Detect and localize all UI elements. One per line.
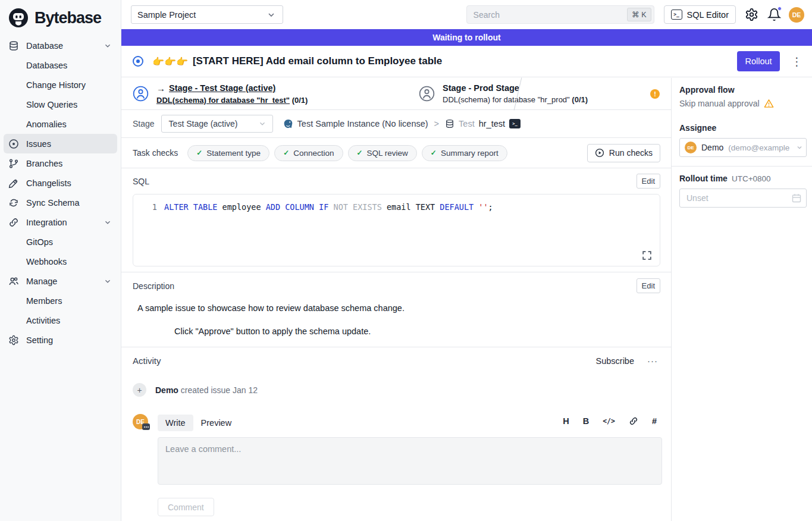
issue-status-icon xyxy=(133,56,143,67)
stage-task-link[interactable]: DDL(schema) for database "hr_test" xyxy=(156,96,290,105)
line-number: 1 xyxy=(133,202,157,212)
notifications-bell-icon[interactable] xyxy=(767,8,781,21)
bold-icon[interactable]: B xyxy=(583,416,589,426)
sidebar-item-slow-queries[interactable]: Slow Queries xyxy=(4,95,117,114)
issue-side-panel: Approval flow Skip manual approval Assig… xyxy=(671,78,812,521)
check-icon: ✓ xyxy=(357,149,363,157)
search-input[interactable] xyxy=(466,5,654,24)
approval-flow-label: Approval flow xyxy=(679,85,807,95)
brand-name: Bytebase xyxy=(35,9,101,27)
issue-title-row: 👉👉👉 [START HERE] Add email column to Emp… xyxy=(121,46,812,77)
subscribe-button[interactable]: Subscribe xyxy=(596,356,634,366)
assignee-email: (demo@example xyxy=(728,143,791,152)
stage-name[interactable]: Stage - Test Stage (active) xyxy=(169,84,275,93)
tab-write[interactable]: Write xyxy=(158,415,193,431)
database-icon xyxy=(445,119,454,128)
instance-name[interactable]: Test Sample Instance (No license) xyxy=(297,119,428,128)
assignee-stage-icon-active xyxy=(133,86,149,102)
code-icon[interactable]: </> xyxy=(603,417,615,425)
chevron-down-icon xyxy=(266,10,277,20)
sql-edit-button[interactable]: Edit xyxy=(637,174,660,189)
sql-editor-button[interactable]: >_ SQL Editor xyxy=(664,5,736,24)
activity-text: created issue Jan 12 xyxy=(181,385,258,395)
assignee-label: Assignee xyxy=(679,123,807,133)
sync-icon xyxy=(8,197,19,208)
stage-progress: (0/1) xyxy=(572,95,588,104)
sidebar-item-webhooks[interactable]: Webhooks xyxy=(4,252,117,271)
topbar: Sample Project ⌘ K >_ SQL Editor DE xyxy=(121,0,812,29)
current-stage-arrow-icon: → xyxy=(156,84,165,93)
comment-input[interactable] xyxy=(158,437,662,485)
sidebar-item-changelists[interactable]: Changelists xyxy=(4,173,117,193)
expand-icon[interactable] xyxy=(642,250,652,260)
chevron-down-icon xyxy=(103,218,112,227)
sidebar-item-gitops[interactable]: GitOps xyxy=(4,232,117,252)
sidebar-item-activities[interactable]: Activities xyxy=(4,310,117,330)
rollout-time-input[interactable] xyxy=(679,189,807,208)
sidebar-item-database[interactable]: Database xyxy=(4,36,117,55)
chevron-down-icon xyxy=(795,143,804,152)
assignee-stage-icon xyxy=(419,86,435,102)
sidebar-item-change-history[interactable]: Change History xyxy=(4,75,117,95)
check-pill-sql-review[interactable]: ✓ SQL review xyxy=(348,145,417,161)
sidebar-item-integration[interactable]: Integration xyxy=(4,212,117,232)
title-emoji: 👉👉👉 xyxy=(152,56,188,67)
open-sql-editor-icon[interactable]: >_ xyxy=(509,119,521,128)
stage-label: Stage xyxy=(133,119,155,128)
branch-icon xyxy=(8,158,19,169)
sql-editor[interactable]: 1 ALTER TABLE employee ADD COLUMN IF NOT… xyxy=(133,194,660,266)
description-edit-button[interactable]: Edit xyxy=(637,278,660,293)
sidebar-item-sync-schema[interactable]: Sync Schema xyxy=(4,193,117,212)
sidebar-item-manage[interactable]: Manage xyxy=(4,271,117,291)
stage-select[interactable]: Test Stage (active) xyxy=(161,115,273,133)
hash-icon[interactable]: # xyxy=(652,416,657,426)
stage-progress: (0/1) xyxy=(292,96,308,105)
sidebar-item-setting[interactable]: Setting xyxy=(4,330,117,350)
check-pill-connection[interactable]: ✓ Connection xyxy=(274,145,343,161)
users-icon xyxy=(8,276,19,287)
search: ⌘ K xyxy=(466,5,654,24)
brand[interactable]: Bytebase xyxy=(0,0,121,33)
notification-dot xyxy=(777,7,782,11)
heading-icon[interactable]: H xyxy=(563,416,569,426)
database-icon xyxy=(8,40,19,51)
search-shortcut-badge: ⌘ K xyxy=(627,8,651,21)
database-name[interactable]: hr_test xyxy=(479,119,505,128)
check-pill-statement-type[interactable]: ✓ Statement type xyxy=(187,145,269,161)
run-checks-button[interactable]: Run checks xyxy=(587,144,660,162)
postgresql-icon xyxy=(283,119,293,129)
project-selector[interactable]: Sample Project xyxy=(131,5,283,24)
attention-icon: ! xyxy=(650,89,660,99)
settings-gear-icon[interactable] xyxy=(745,8,758,21)
activity-user: Demo xyxy=(155,385,178,395)
comment-submit-button[interactable]: Comment xyxy=(158,498,214,516)
user-avatar[interactable]: DE xyxy=(789,7,804,23)
check-pill-summary-report[interactable]: ✓ Summary report xyxy=(422,145,507,161)
stage-card-prod[interactable]: Stage - Prod Stage DDL(schema) for datab… xyxy=(409,84,588,104)
project-selector-value: Sample Project xyxy=(137,10,196,20)
assignee-select[interactable]: DE Demo (demo@example xyxy=(679,138,807,157)
sidebar-item-issues[interactable]: Issues xyxy=(4,134,117,153)
assignee-name: Demo xyxy=(701,143,723,152)
sidebar-item-members[interactable]: Members xyxy=(4,291,117,310)
sidebar-item-anomalies[interactable]: Anomalies xyxy=(4,114,117,134)
timezone: UTC+0800 xyxy=(732,174,771,183)
check-icon: ✓ xyxy=(283,149,289,157)
gear-icon xyxy=(8,335,19,346)
kebab-menu-icon[interactable]: ⋮ xyxy=(791,56,802,67)
rollout-time-field xyxy=(679,189,807,208)
stage-card-test[interactable]: → Stage - Test Stage (active) DDL(schema… xyxy=(121,84,395,104)
comment-composer: DE Write Preview H B </> # Comment xyxy=(133,414,660,516)
tab-preview[interactable]: Preview xyxy=(193,415,240,431)
breadcrumb-separator: > xyxy=(434,119,439,128)
sidebar-item-branches[interactable]: Branches xyxy=(4,153,117,173)
more-icon[interactable]: ··· xyxy=(647,356,658,366)
link-icon[interactable] xyxy=(629,416,638,426)
sidebar-item-databases[interactable]: Databases xyxy=(4,55,117,75)
task-checks-label: Task checks xyxy=(133,148,178,158)
issue-title: [START HERE] Add email column to Employe… xyxy=(193,55,442,67)
sql-label: SQL xyxy=(133,177,149,186)
rollout-button[interactable]: Rollout xyxy=(737,51,780,71)
stage-selector-row: Stage Test Stage (active) Test Sample In… xyxy=(121,110,671,138)
sql-section: SQL Edit 1 ALTER TABLE employee ADD COLU… xyxy=(121,168,671,272)
